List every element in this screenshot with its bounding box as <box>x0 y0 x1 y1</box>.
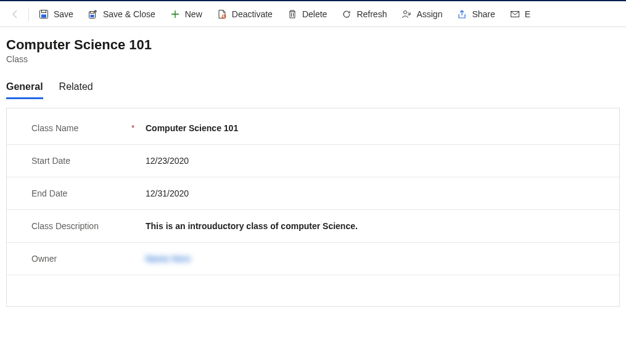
form-section: Class Name * Computer Science 101 Start … <box>6 108 620 307</box>
refresh-button[interactable]: Refresh <box>334 6 394 23</box>
deactivate-button[interactable]: Deactivate <box>210 6 280 23</box>
description-value: This is an introuductory class of comput… <box>146 221 358 231</box>
refresh-label: Refresh <box>356 9 387 19</box>
svg-rect-5 <box>90 15 94 17</box>
owner-row[interactable]: Owner * Name Here <box>7 243 619 275</box>
new-button[interactable]: New <box>163 6 210 23</box>
trash-icon <box>287 9 297 19</box>
save-button[interactable]: Save <box>31 6 81 23</box>
back-button[interactable] <box>4 2 26 26</box>
start-date-value: 12/23/2020 <box>146 156 189 166</box>
svg-rect-4 <box>90 11 94 13</box>
end-date-value: 12/31/2020 <box>146 188 189 198</box>
save-close-icon <box>88 9 98 19</box>
class-name-row[interactable]: Class Name * Computer Science 101 <box>7 112 619 145</box>
class-name-label: Class Name <box>31 123 78 133</box>
page-title: Computer Science 101 <box>6 37 620 53</box>
save-close-label: Save & Close <box>103 9 155 19</box>
owner-value: Name Here <box>146 254 191 264</box>
svg-point-7 <box>404 10 407 14</box>
deactivate-icon <box>217 9 227 19</box>
assign-button[interactable]: Assign <box>394 6 450 23</box>
share-label: Share <box>472 9 495 19</box>
share-button[interactable]: Share <box>450 6 502 23</box>
deactivate-label: Deactivate <box>232 9 273 19</box>
delete-label: Delete <box>302 9 327 19</box>
description-row[interactable]: Class Description * This is an introuduc… <box>7 210 619 243</box>
refresh-icon <box>342 9 352 19</box>
save-icon <box>39 9 49 19</box>
email-button[interactable]: E <box>503 6 530 23</box>
start-date-label: Start Date <box>31 156 70 166</box>
assign-label: Assign <box>416 9 442 19</box>
start-date-row[interactable]: Start Date * 12/23/2020 <box>7 145 619 177</box>
back-arrow-icon <box>10 9 20 19</box>
email-icon <box>510 9 520 19</box>
svg-rect-2 <box>41 14 46 17</box>
plus-icon <box>170 9 180 19</box>
share-icon <box>457 9 467 19</box>
email-label: E <box>525 9 530 19</box>
tab-bar: General Related <box>6 78 620 99</box>
required-indicator: * <box>131 123 134 132</box>
end-date-label: End Date <box>31 188 67 198</box>
owner-label: Owner <box>31 254 57 264</box>
toolbar-divider <box>28 7 29 21</box>
tab-general[interactable]: General <box>6 78 43 99</box>
delete-button[interactable]: Delete <box>280 6 334 23</box>
description-label: Class Description <box>31 221 99 231</box>
svg-rect-1 <box>42 10 46 12</box>
save-label: Save <box>54 9 73 19</box>
save-close-button[interactable]: Save & Close <box>81 6 163 23</box>
entity-type-label: Class <box>6 54 620 64</box>
class-name-value: Computer Science 101 <box>146 123 238 133</box>
assign-icon <box>402 9 411 19</box>
tab-related[interactable]: Related <box>59 78 93 99</box>
end-date-row[interactable]: End Date * 12/31/2020 <box>7 177 619 210</box>
new-label: New <box>185 9 202 19</box>
command-bar: Save Save & Close New Deactivate Delete … <box>0 1 626 27</box>
